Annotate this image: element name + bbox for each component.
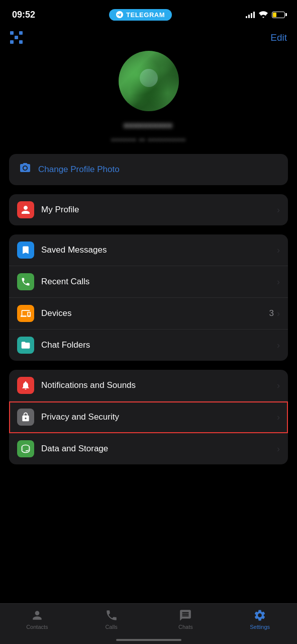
bottom-nav: Contacts Calls Chats Settings <box>0 603 297 644</box>
saved-messages-label: Saved Messages <box>41 245 277 255</box>
change-profile-photo-button[interactable]: Change Profile Photo <box>9 154 288 185</box>
saved-messages-chevron: › <box>277 245 280 256</box>
calls-nav-icon <box>105 609 118 622</box>
calls-nav-label: Calls <box>105 624 117 630</box>
my-profile-label: My Profile <box>41 205 277 215</box>
chat-folders-label: Chat Folders <box>41 340 277 350</box>
home-indicator <box>116 639 181 641</box>
saved-messages-icon <box>17 242 34 259</box>
recent-calls-chevron: › <box>277 277 280 287</box>
status-time: 09:52 <box>12 10 35 20</box>
data-storage-icon <box>17 440 34 457</box>
settings-nav-icon <box>253 609 266 622</box>
menu-item-chat-folders[interactable]: Chat Folders › <box>9 330 288 361</box>
menu-item-data-storage[interactable]: Data and Storage › <box>9 433 288 464</box>
status-bar: 09:52 TELEGRAM <box>0 0 297 27</box>
menu-item-privacy-security[interactable]: Privacy and Security › <box>9 401 288 433</box>
menu-group-features: Saved Messages › Recent Calls › Devices … <box>9 234 288 361</box>
data-storage-chevron: › <box>277 444 280 454</box>
telegram-icon <box>116 11 123 18</box>
signal-bars-icon <box>246 11 255 18</box>
devices-badge: 3 <box>269 308 274 318</box>
my-profile-icon <box>17 201 34 218</box>
chat-folders-chevron: › <box>277 340 280 351</box>
telegram-pill: TELEGRAM <box>109 9 172 21</box>
privacy-icon <box>17 409 34 426</box>
chats-nav-label: Chats <box>178 624 193 630</box>
contacts-nav-label: Contacts <box>26 624 48 630</box>
my-profile-chevron: › <box>277 205 280 215</box>
camera-icon <box>19 162 31 177</box>
avatar <box>119 51 179 111</box>
nav-item-contacts[interactable]: Contacts <box>20 609 55 630</box>
menu-group-settings: Notifications and Sounds › Privacy and S… <box>9 370 288 464</box>
data-storage-label: Data and Storage <box>41 444 277 454</box>
devices-label: Devices <box>41 308 269 318</box>
qr-icon[interactable] <box>10 31 23 44</box>
nav-item-chats[interactable]: Chats <box>168 609 203 630</box>
devices-icon <box>17 305 34 322</box>
status-center: TELEGRAM <box>109 9 172 21</box>
status-right <box>246 11 285 18</box>
chats-nav-icon <box>179 609 192 622</box>
user-name: •••••••••• <box>124 119 173 132</box>
change-photo-label: Change Profile Photo <box>38 165 120 175</box>
recent-calls-label: Recent Calls <box>41 277 277 287</box>
privacy-security-chevron: › <box>277 412 280 423</box>
menu-item-saved-messages[interactable]: Saved Messages › <box>9 234 288 266</box>
chat-folders-icon <box>17 337 34 354</box>
menu-item-recent-calls[interactable]: Recent Calls › <box>9 266 288 298</box>
settings-nav-label: Settings <box>250 624 270 630</box>
edit-button[interactable]: Edit <box>270 32 287 43</box>
notifications-chevron: › <box>277 380 280 391</box>
devices-chevron: › <box>277 308 280 319</box>
menu-item-my-profile[interactable]: My Profile › <box>9 194 288 225</box>
recent-calls-icon <box>17 273 34 290</box>
privacy-security-label: Privacy and Security <box>41 412 277 422</box>
top-action-bar: Edit <box>0 27 297 46</box>
menu-group-profile: My Profile › <box>9 194 288 225</box>
battery-icon <box>272 12 285 18</box>
telegram-pill-label: TELEGRAM <box>126 11 165 19</box>
wifi-icon <box>259 11 268 18</box>
menu-item-devices[interactable]: Devices 3 › <box>9 298 288 330</box>
notifications-icon <box>17 377 34 394</box>
contacts-nav-icon <box>31 609 44 622</box>
nav-item-settings[interactable]: Settings <box>242 609 277 630</box>
user-handle: •••••••• •• •••••••••••• <box>112 135 186 144</box>
nav-item-calls[interactable]: Calls <box>94 609 129 630</box>
menu-item-notifications[interactable]: Notifications and Sounds › <box>9 370 288 401</box>
avatar-section: •••••••••• •••••••• •• •••••••••••• <box>0 46 297 154</box>
notifications-label: Notifications and Sounds <box>41 380 277 390</box>
